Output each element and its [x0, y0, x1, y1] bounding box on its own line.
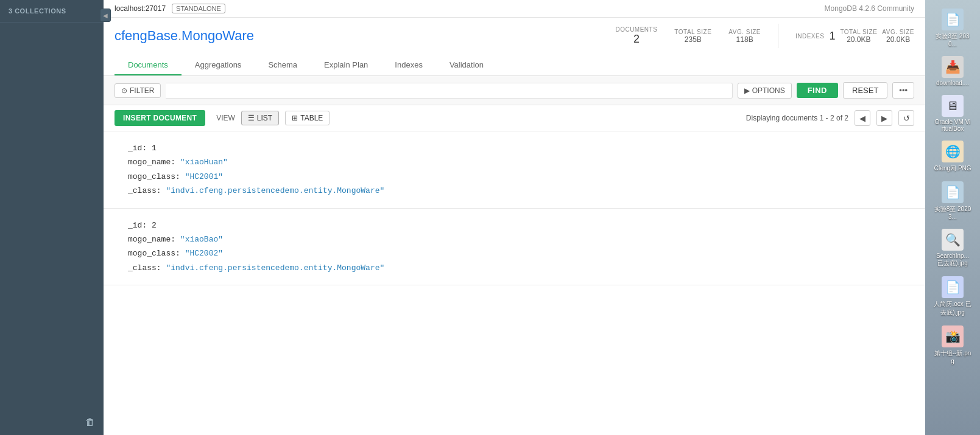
- doc-field: mogo_name: "xiaoBao": [128, 232, 901, 246]
- document-card: _id: 2 mogo_name: "xiaoBao" mogo_class: …: [104, 209, 925, 286]
- total-size-stat: TOTAL SIZE 235B: [674, 29, 711, 44]
- tabs: Documents Aggregations Schema Explain Pl…: [115, 55, 914, 75]
- docs-count: 2: [615, 33, 657, 46]
- desktop-icon-7[interactable]: 📄 人简历.ocx 已去底).jpg: [931, 274, 974, 319]
- avg-size-stat: AVG. SIZE 118B: [728, 29, 761, 44]
- desktop-icon-img-7: 📄: [942, 276, 964, 298]
- tab-explain-plan[interactable]: Explain Plan: [311, 55, 381, 75]
- desktop-icon-img-5: 📄: [942, 181, 964, 203]
- avg-size-label: AVG. SIZE: [728, 29, 761, 35]
- doc-field: _id: 2: [128, 218, 901, 232]
- indexes-avg-size-value: 20.0KB: [882, 35, 914, 44]
- docs-stat: DOCUMENTS 2: [615, 26, 657, 46]
- pagination-prefix: Displaying documents: [746, 114, 817, 122]
- view-label: VIEW: [216, 114, 235, 122]
- filter-label: FILTER: [130, 86, 154, 95]
- tab-schema[interactable]: Schema: [255, 55, 311, 75]
- desktop-icon-1[interactable]: 📄 实验3至 2030...: [931, 6, 974, 50]
- doc-field: mogo_class: "HC2002": [128, 246, 901, 260]
- desktop-icon-5[interactable]: 📄 实验8至 20203...: [931, 179, 974, 223]
- db-name: cfengBase: [115, 28, 178, 43]
- refresh-button[interactable]: ↺: [898, 110, 914, 126]
- topbar-badge: STANDALONE: [172, 4, 225, 13]
- topbar: localhost:27017 STANDALONE MongoDB 4.2.6…: [104, 0, 925, 18]
- doc-field: _class: "indvi.cfeng.persistencedemo.ent…: [128, 184, 901, 198]
- avg-size-value: 118B: [728, 35, 761, 44]
- doc-field: _id: 1: [128, 141, 901, 155]
- insert-document-button[interactable]: INSERT DOCUMENT: [115, 110, 205, 126]
- more-icon: •••: [899, 86, 908, 95]
- topbar-mongo-version: MongoDB 4.2.6 Community: [825, 4, 914, 13]
- desktop-icon-img-2: 📥: [942, 56, 964, 78]
- desktop-icon-3[interactable]: 🖥 Oracle VM VirtualBox: [931, 92, 974, 134]
- pagination-prev-button[interactable]: ◀: [855, 110, 870, 126]
- options-button[interactable]: ▶ OPTIONS: [738, 83, 792, 99]
- pagination-range: 1 - 2: [820, 114, 834, 122]
- indexes-avg-size-label: AVG. SIZE: [882, 29, 914, 35]
- desktop-icon-img-4: 🌐: [942, 141, 964, 162]
- indexes-total-size-stat: TOTAL SIZE 20.0KB: [840, 29, 877, 44]
- stat-divider: [778, 24, 778, 48]
- main-content: localhost:27017 STANDALONE MongoDB 4.2.6…: [104, 0, 925, 435]
- desktop-icon-2[interactable]: 📥 download....: [931, 54, 974, 89]
- indexes-label: INDEXES: [795, 33, 824, 40]
- sidebar-collections-header: 3 COLLECTIONS: [0, 0, 104, 23]
- options-arrow-icon: ▶: [744, 86, 750, 95]
- indexes-stat: INDEXES: [795, 33, 824, 40]
- pagination-info: Displaying documents 1 - 2 of 2: [746, 114, 848, 122]
- document-card: _id: 1 mogo_name: "xiaoHuan" mogo_class:…: [104, 131, 925, 209]
- documents-area: _id: 1 mogo_name: "xiaoHuan" mogo_class:…: [104, 131, 925, 435]
- desktop-icon-label-8: 第十组--新.png: [934, 349, 971, 364]
- list-view-button[interactable]: ☰ LIST: [241, 111, 279, 125]
- list-label: LIST: [257, 114, 272, 122]
- pagination-next-button[interactable]: ▶: [876, 110, 892, 126]
- collection-name: cfengBase.MongoWare: [115, 28, 254, 44]
- sidebar-collapse-button[interactable]: ◀: [100, 9, 111, 22]
- doc-field: _class: "indvi.cfeng.persistencedemo.ent…: [128, 261, 901, 275]
- pagination-total: 2: [844, 114, 848, 122]
- tab-validation[interactable]: Validation: [436, 55, 497, 75]
- desktop-icons-panel: 📄 实验3至 2030... 📥 download.... 🖥 Oracle V…: [925, 0, 980, 435]
- desktop-icon-4[interactable]: 🌐 Cfeng网.PNG: [931, 138, 974, 175]
- doc-field: mogo_name: "xiaoHuan": [128, 155, 901, 169]
- desktop-icon-label-3: Oracle VM VirtualBox: [934, 119, 971, 132]
- indexes-block: INDEXES 1 TOTAL SIZE 20.0KB AVG. SIZE 20…: [795, 29, 914, 44]
- filter-button[interactable]: ⊙ FILTER: [115, 83, 161, 98]
- content-bar: INSERT DOCUMENT VIEW ☰ LIST ⊞ TABLE Disp…: [104, 105, 925, 131]
- desktop-icon-img-3: 🖥: [942, 95, 964, 117]
- desktop-icon-label-1: 实验3至 2030...: [934, 32, 971, 47]
- topbar-host: localhost:27017: [115, 4, 166, 13]
- doc-field: mogo_class: "HC2001": [128, 170, 901, 184]
- total-size-value: 235B: [674, 35, 711, 44]
- tab-indexes[interactable]: Indexes: [381, 55, 436, 75]
- table-icon: ⊞: [292, 114, 298, 122]
- tab-documents[interactable]: Documents: [115, 55, 182, 75]
- desktop-icon-label-5: 实验8至 20203...: [934, 205, 971, 220]
- desktop-icon-label-2: download....: [936, 80, 969, 86]
- desktop-icon-img-6: 🔍: [942, 229, 964, 251]
- reset-button[interactable]: RESET: [843, 82, 887, 99]
- docs-label: DOCUMENTS: [615, 26, 657, 33]
- find-button[interactable]: FIND: [797, 83, 838, 98]
- desktop-icon-8[interactable]: 📸 第十组--新.png: [931, 323, 974, 367]
- desktop-icon-img-8: 📸: [942, 325, 964, 347]
- tab-aggregations[interactable]: Aggregations: [182, 55, 255, 75]
- collection-header: cfengBase.MongoWare DOCUMENTS 2 TOTAL SI…: [104, 18, 925, 76]
- desktop-icon-img-1: 📄: [942, 9, 964, 30]
- indexes-total-size-label: TOTAL SIZE: [840, 29, 877, 35]
- delete-icon[interactable]: 🗑: [85, 417, 95, 428]
- more-options-button[interactable]: •••: [892, 82, 914, 99]
- desktop-icon-label-7: 人简历.ocx 已去底).jpg: [934, 300, 971, 317]
- table-view-button[interactable]: ⊞ TABLE: [285, 111, 330, 125]
- stats-group: DOCUMENTS 2 TOTAL SIZE 235B AVG. SIZE 11…: [615, 24, 914, 48]
- toolbar: ⊙ FILTER ▶ OPTIONS FIND RESET •••: [104, 76, 925, 105]
- filter-input[interactable]: [166, 83, 732, 99]
- indexes-count: 1: [829, 30, 835, 43]
- desktop-icon-6[interactable]: 🔍 SearchInp... 已去底).jpg: [931, 226, 974, 270]
- pagination-of: of: [836, 114, 842, 122]
- filter-icon: ⊙: [121, 86, 127, 95]
- list-icon: ☰: [248, 114, 255, 122]
- desktop-icon-label-6: SearchInp... 已去底).jpg: [934, 252, 971, 268]
- indexes-total-size-value: 20.0KB: [840, 35, 877, 44]
- indexes-avg-size-stat: AVG. SIZE 20.0KB: [882, 29, 914, 44]
